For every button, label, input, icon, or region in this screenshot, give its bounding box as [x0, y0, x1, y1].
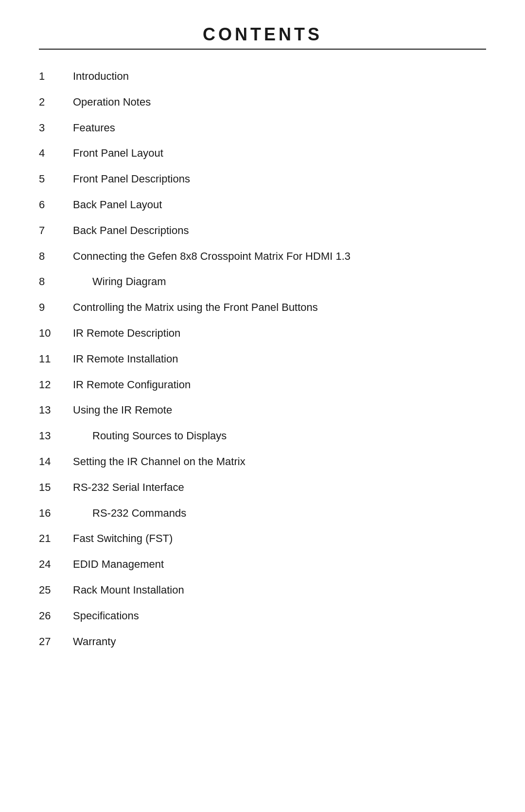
- toc-item-label: IR Remote Description: [73, 326, 180, 341]
- toc-item-label: Features: [73, 121, 115, 136]
- toc-page-number: 8: [39, 274, 92, 289]
- toc-page-number: 16: [39, 506, 92, 521]
- toc-item-label: Warranty: [73, 634, 116, 650]
- toc-item: 10IR Remote Description: [39, 326, 486, 341]
- toc-item: 13Routing Sources to Displays: [39, 429, 486, 444]
- toc-item: 12IR Remote Configuration: [39, 378, 486, 393]
- toc-page-number: 24: [39, 557, 73, 572]
- toc-page-number: 21: [39, 531, 73, 546]
- toc-item: 7Back Panel Descriptions: [39, 223, 486, 238]
- toc-item: 3Features: [39, 121, 486, 136]
- toc-item-label: Front Panel Layout: [73, 146, 163, 161]
- toc-page-number: 3: [39, 121, 73, 136]
- toc-item-label: RS-232 Serial Interface: [73, 480, 184, 495]
- toc-item-label: Setting the IR Channel on the Matrix: [73, 454, 245, 469]
- toc-item: 1Introduction: [39, 69, 486, 84]
- toc-item-label: Connecting the Gefen 8x8 Crosspoint Matr…: [73, 249, 350, 264]
- toc-item: 5Front Panel Descriptions: [39, 172, 486, 187]
- toc-page-number: 4: [39, 146, 73, 161]
- toc-item-label: Back Panel Layout: [73, 198, 162, 213]
- toc-item: 9Controlling the Matrix using the Front …: [39, 300, 486, 315]
- toc-item-label: EDID Management: [73, 557, 164, 572]
- toc-page-number: 27: [39, 634, 73, 650]
- toc-page-number: 14: [39, 454, 73, 469]
- toc-item-label: Fast Switching (FST): [73, 531, 173, 546]
- toc-item-label: Rack Mount Installation: [73, 583, 184, 598]
- toc-item: 8Wiring Diagram: [39, 274, 486, 289]
- toc-item-label: RS-232 Commands: [92, 506, 186, 521]
- toc-page-number: 2: [39, 95, 73, 110]
- toc-item: 8Connecting the Gefen 8x8 Crosspoint Mat…: [39, 249, 486, 264]
- toc-item: 4Front Panel Layout: [39, 146, 486, 161]
- title-section: CONTENTS: [39, 24, 486, 50]
- toc-item-label: Specifications: [73, 609, 139, 624]
- toc-item: 16RS-232 Commands: [39, 506, 486, 521]
- toc-item-label: Controlling the Matrix using the Front P…: [73, 300, 318, 315]
- toc-item-label: IR Remote Installation: [73, 352, 178, 367]
- toc-item-label: Front Panel Descriptions: [73, 172, 190, 187]
- toc-list: 1Introduction2Operation Notes3Features4F…: [39, 69, 486, 649]
- toc-item-label: Introduction: [73, 69, 129, 84]
- toc-item: 14Setting the IR Channel on the Matrix: [39, 454, 486, 469]
- toc-item: 24EDID Management: [39, 557, 486, 572]
- toc-item: 6Back Panel Layout: [39, 198, 486, 213]
- toc-item-label: Operation Notes: [73, 95, 151, 110]
- toc-page-number: 11: [39, 352, 73, 367]
- toc-page-number: 5: [39, 172, 73, 187]
- toc-page-number: 15: [39, 480, 73, 495]
- toc-page-number: 7: [39, 223, 73, 238]
- toc-item-label: IR Remote Configuration: [73, 378, 191, 393]
- toc-page-number: 1: [39, 69, 73, 84]
- toc-page-number: 26: [39, 609, 73, 624]
- toc-item-label: Using the IR Remote: [73, 403, 172, 418]
- toc-page-number: 25: [39, 583, 73, 598]
- page-container: CONTENTS 1Introduction2Operation Notes3F…: [0, 0, 525, 812]
- toc-page-number: 6: [39, 198, 73, 213]
- toc-page-number: 9: [39, 300, 73, 315]
- toc-item: 2Operation Notes: [39, 95, 486, 110]
- toc-page-number: 12: [39, 378, 73, 393]
- toc-item-label: Back Panel Descriptions: [73, 223, 189, 238]
- toc-item-label: Wiring Diagram: [92, 274, 166, 289]
- toc-item: 25Rack Mount Installation: [39, 583, 486, 598]
- toc-item: 26Specifications: [39, 609, 486, 624]
- toc-page-number: 10: [39, 326, 73, 341]
- toc-item: 15RS-232 Serial Interface: [39, 480, 486, 495]
- contents-title: CONTENTS: [39, 24, 486, 45]
- toc-item: 27Warranty: [39, 634, 486, 650]
- title-divider: [39, 49, 486, 50]
- toc-item-label: Routing Sources to Displays: [92, 429, 227, 444]
- toc-page-number: 8: [39, 249, 73, 264]
- toc-item: 21Fast Switching (FST): [39, 531, 486, 546]
- toc-item: 11IR Remote Installation: [39, 352, 486, 367]
- toc-item: 13Using the IR Remote: [39, 403, 486, 418]
- toc-page-number: 13: [39, 403, 73, 418]
- toc-page-number: 13: [39, 429, 92, 444]
